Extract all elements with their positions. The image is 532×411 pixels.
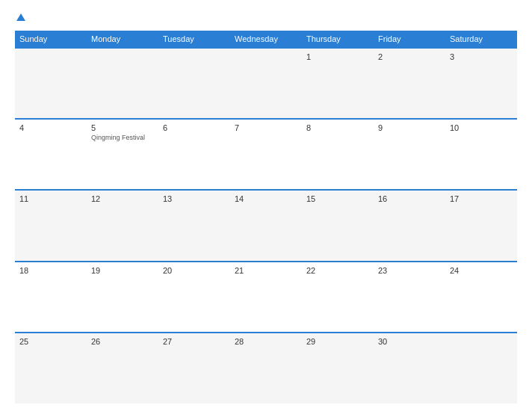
day-number: 7 (235, 123, 297, 132)
day-number: 15 (306, 194, 369, 203)
day-number: 4 (19, 123, 82, 132)
day-number: 28 (235, 337, 297, 346)
calendar-cell: 12 (87, 190, 158, 261)
calendar-cell: 9 (374, 119, 445, 190)
holiday-label: Qingming Festival (91, 134, 154, 141)
day-number: 16 (378, 194, 441, 203)
day-number: 5 (91, 123, 154, 132)
day-number: 26 (91, 337, 154, 346)
day-number: 14 (235, 194, 297, 203)
calendar-cell (158, 48, 230, 119)
calendar-cell: 3 (445, 48, 517, 119)
calendar-cell: 13 (158, 190, 230, 261)
day-header-friday: Friday (374, 31, 445, 48)
day-header-thursday: Thursday (302, 31, 374, 48)
logo-general (15, 13, 25, 22)
calendar-cell: 22 (302, 262, 374, 333)
calendar-cell: 24 (445, 262, 517, 333)
day-number: 18 (19, 266, 82, 275)
day-number: 19 (91, 266, 154, 275)
calendar-cell: 26 (87, 333, 158, 404)
calendar-table: SundayMondayTuesdayWednesdayThursdayFrid… (15, 31, 517, 404)
day-number: 22 (306, 266, 369, 275)
week-row-3: 11121314151617 (15, 190, 517, 261)
week-row-4: 18192021222324 (15, 262, 517, 333)
day-number: 3 (450, 52, 513, 61)
day-number: 30 (378, 337, 441, 346)
day-header-monday: Monday (87, 31, 158, 48)
calendar-cell: 2 (374, 48, 445, 119)
calendar-cell: 6 (158, 119, 230, 190)
day-header-tuesday: Tuesday (158, 31, 230, 48)
day-number: 23 (378, 266, 441, 275)
day-number: 21 (235, 266, 297, 275)
calendar-page: SundayMondayTuesdayWednesdayThursdayFrid… (0, 0, 532, 411)
calendar-cell: 20 (158, 262, 230, 333)
calendar-cell: 4 (15, 119, 87, 190)
day-number: 2 (378, 52, 441, 61)
calendar-cell: 25 (15, 333, 87, 404)
logo-triangle-icon (16, 13, 25, 21)
day-number: 13 (163, 194, 226, 203)
calendar-cell: 10 (445, 119, 517, 190)
calendar-cell (87, 48, 158, 119)
calendar-cell: 15 (302, 190, 374, 261)
calendar-cell: 16 (374, 190, 445, 261)
days-header-row: SundayMondayTuesdayWednesdayThursdayFrid… (15, 31, 517, 48)
day-number: 12 (91, 194, 154, 203)
day-header-sunday: Sunday (15, 31, 87, 48)
day-number: 17 (450, 194, 513, 203)
week-row-1: 123 (15, 48, 517, 119)
calendar-cell: 1 (302, 48, 374, 119)
calendar-cell: 29 (302, 333, 374, 404)
calendar-cell: 21 (230, 262, 302, 333)
logo (15, 13, 25, 22)
calendar-cell (230, 48, 302, 119)
calendar-cell: 17 (445, 190, 517, 261)
day-number: 29 (306, 337, 369, 346)
calendar-cell: 7 (230, 119, 302, 190)
day-number: 8 (306, 123, 369, 132)
calendar-cell (15, 48, 87, 119)
day-number: 6 (163, 123, 226, 132)
day-header-saturday: Saturday (445, 31, 517, 48)
calendar-cell: 30 (374, 333, 445, 404)
day-number: 20 (163, 266, 226, 275)
calendar-cell: 18 (15, 262, 87, 333)
calendar-cell: 19 (87, 262, 158, 333)
calendar-cell: 28 (230, 333, 302, 404)
day-number: 24 (450, 266, 513, 275)
calendar-cell: 14 (230, 190, 302, 261)
week-row-5: 252627282930 (15, 333, 517, 404)
calendar-cell: 11 (15, 190, 87, 261)
calendar-cell: 23 (374, 262, 445, 333)
calendar-cell (445, 333, 517, 404)
day-number: 1 (306, 52, 369, 61)
day-number: 10 (450, 123, 513, 132)
day-number: 11 (19, 194, 82, 203)
day-number: 9 (378, 123, 441, 132)
calendar-cell: 8 (302, 119, 374, 190)
header (15, 13, 517, 22)
day-header-wednesday: Wednesday (230, 31, 302, 48)
week-row-2: 45Qingming Festival678910 (15, 119, 517, 190)
calendar-cell: 27 (158, 333, 230, 404)
day-number: 25 (19, 337, 82, 346)
calendar-cell: 5Qingming Festival (87, 119, 158, 190)
day-number: 27 (163, 337, 226, 346)
